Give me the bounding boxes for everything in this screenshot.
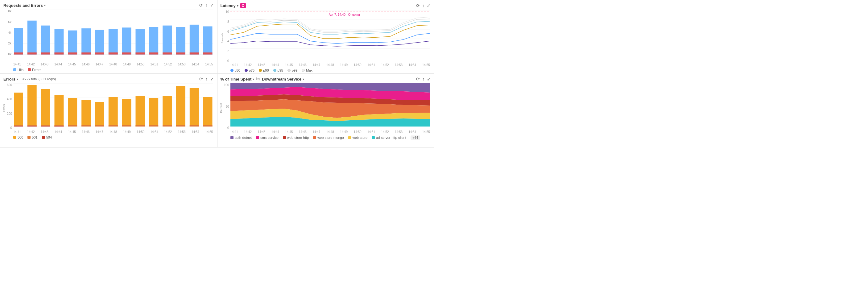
latency-pink-icon[interactable]: [240, 3, 246, 8]
sync-icon-requests[interactable]: ⟳: [199, 3, 203, 8]
svg-rect-56: [68, 98, 77, 126]
legend-dot-web-store-mongo: [313, 136, 316, 139]
svg-rect-5: [14, 28, 23, 54]
sync-icon-latency[interactable]: ⟳: [416, 3, 420, 8]
bar-group-1: [14, 28, 23, 54]
x-label-1448: 14:48: [109, 63, 117, 66]
legend-label-plus44: +44: [412, 136, 418, 140]
x-axis-latency: 14:41 14:42 14:43 14:44 14:45 14:46 14:4…: [221, 63, 431, 67]
svg-rect-14: [68, 53, 77, 55]
legend-label-500: 500: [18, 136, 23, 139]
legend-label-504: 504: [46, 136, 52, 139]
legend-dot-501: [27, 136, 31, 139]
y-label-4k: 4k: [8, 31, 11, 35]
time-spent-chart: [230, 83, 430, 126]
legend-label-p95: p95: [278, 68, 283, 72]
legend-dot-p95: [273, 69, 276, 72]
x-label-1449: 14:49: [123, 63, 131, 66]
fullscreen-icon-latency[interactable]: ⤢: [427, 3, 431, 8]
svg-rect-75: [190, 125, 199, 126]
x-label-1444: 14:44: [54, 63, 62, 66]
by-text: by: [256, 77, 260, 81]
svg-rect-16: [82, 53, 91, 55]
share-icon-time-spent[interactable]: ↑: [422, 77, 425, 82]
share-icon-requests[interactable]: ↑: [206, 3, 208, 8]
sync-icon-time-spent[interactable]: ⟳: [416, 77, 420, 82]
legend-latency: p50 p75 p90 p95 p99 Max: [221, 68, 431, 72]
panel-actions-requests: ⟳ ↑ ⤢: [199, 3, 214, 8]
svg-rect-77: [203, 125, 213, 126]
legend-item-p50: p50: [230, 68, 240, 72]
legend-dot-web-store-http: [283, 136, 286, 139]
legend-label-ad-server-http-client: ad-server-http-client: [376, 136, 406, 140]
legend-item-plus44[interactable]: +44: [410, 136, 420, 140]
svg-rect-20: [108, 53, 118, 55]
latency-dropdown-arrow: ▾: [237, 4, 239, 7]
legend-label-p50: p50: [235, 68, 240, 72]
legend-item-501: 501: [27, 136, 37, 139]
share-icon-latency[interactable]: ↑: [422, 3, 425, 8]
error-bar-2: [27, 85, 37, 126]
downstream-dropdown-arrow: ▾: [303, 78, 304, 81]
svg-rect-68: [149, 98, 158, 126]
panel-actions-errors: ⟳ ↑ ⤢: [199, 77, 214, 82]
legend-time-spent: auth-dotnet sms-service web-store-http w…: [221, 136, 431, 140]
bar-group-9: [122, 27, 131, 54]
bar-group-10: [135, 29, 145, 55]
panel-latency: Latency ▾ ⟳ ↑ ⤢ Seconds: [217, 0, 434, 74]
latency-chart: Apr 7, 14:40 - Ongoing: [230, 10, 430, 58]
legend-item-p99: p99: [287, 68, 297, 72]
svg-rect-24: [135, 53, 145, 55]
x-label-1447: 14:47: [96, 63, 103, 66]
bar-group-3: [41, 26, 50, 55]
y-axis-time-spent: 100 50 0: [221, 83, 230, 129]
x-label-1445: 14:45: [68, 63, 76, 66]
svg-rect-57: [68, 125, 77, 126]
x-label-1453: 14:53: [178, 63, 185, 66]
bar-group-15: [203, 26, 213, 54]
fullscreen-icon-requests[interactable]: ⤢: [210, 3, 214, 8]
legend-dot-500: [13, 136, 17, 139]
legend-label-sms-service: sms-service: [260, 136, 279, 140]
bar-group-11: [149, 27, 158, 54]
downstream-service-dropdown[interactable]: Downstream Service ▾: [262, 77, 304, 82]
svg-rect-74: [190, 88, 199, 126]
svg-rect-69: [149, 125, 158, 126]
svg-rect-18: [95, 53, 104, 55]
legend-dot-p75: [245, 69, 248, 72]
dashboard: Requests and Errors ▾ ⟳ ↑ ⤢: [0, 0, 434, 148]
sync-icon-errors[interactable]: ⟳: [199, 77, 203, 82]
bar-group-4: [54, 29, 64, 55]
requests-errors-title-dropdown[interactable]: Requests and Errors ▾: [3, 3, 45, 8]
latency-title-dropdown[interactable]: Latency ▾: [221, 3, 239, 8]
legend-item-504: 504: [42, 136, 52, 139]
svg-rect-73: [176, 125, 185, 126]
time-spent-title-dropdown[interactable]: % of Time Spent ▾: [221, 77, 254, 82]
svg-rect-23: [135, 29, 145, 55]
time-spent-header-row: % of Time Spent ▾ by Downstream Service …: [221, 77, 304, 82]
legend-dot-p99: [287, 69, 290, 72]
fullscreen-icon-time-spent[interactable]: ⤢: [427, 77, 431, 82]
svg-rect-70: [162, 96, 172, 126]
share-icon-errors[interactable]: ↑: [206, 77, 208, 82]
latency-title: Latency: [221, 3, 236, 8]
y-axis-latency: 10 8 6 4 2 0: [221, 10, 230, 63]
svg-rect-28: [162, 53, 172, 55]
fullscreen-icon-errors[interactable]: ⤢: [210, 77, 214, 82]
svg-rect-67: [135, 125, 145, 126]
downstream-service-label: Downstream Service: [262, 77, 301, 82]
x-label-1446: 14:46: [82, 63, 89, 66]
panel-header-latency: Latency ▾ ⟳ ↑ ⤢: [221, 3, 431, 8]
legend-item-sms-service: sms-service: [256, 136, 279, 140]
error-bar-15: [203, 97, 213, 126]
errors-title-dropdown[interactable]: Errors ▾: [3, 77, 18, 82]
svg-rect-6: [14, 53, 23, 55]
error-bar-8: [108, 97, 118, 126]
legend-label-p75: p75: [249, 68, 254, 72]
legend-item-ad-server-http-client: ad-server-http-client: [372, 136, 406, 140]
legend-dot-sms-service: [256, 136, 259, 139]
legend-label-web-store-http: web-store-http: [287, 136, 309, 140]
error-bar-12: [162, 96, 172, 126]
errors-dropdown-arrow: ▾: [17, 78, 18, 81]
legend-item-web-store-mongo: web-store-mongo: [313, 136, 344, 140]
